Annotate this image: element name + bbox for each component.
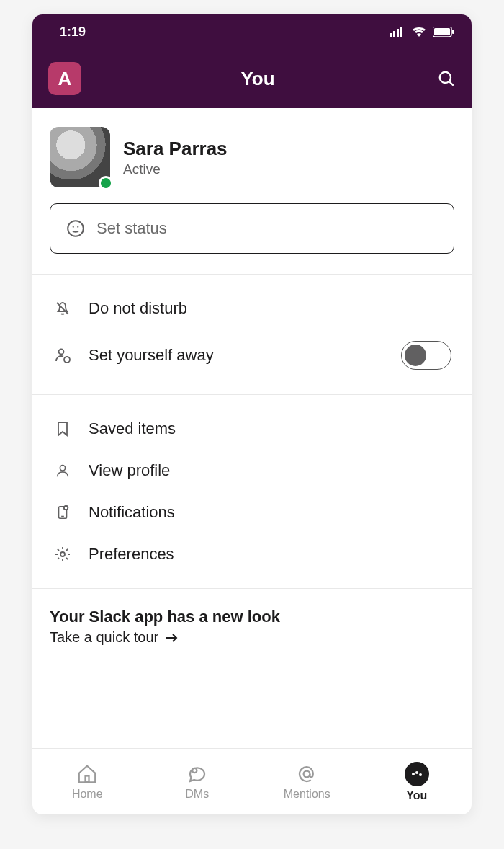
svg-point-27 — [419, 773, 422, 776]
set-away-item[interactable]: Set yourself away — [32, 329, 472, 381]
svg-point-25 — [412, 773, 415, 775]
svg-line-8 — [449, 81, 453, 85]
availability-section: Do not disturb Set yourself away — [32, 275, 472, 394]
battery-icon — [433, 27, 454, 37]
do-not-disturb-item[interactable]: Do not disturb — [32, 288, 472, 329]
svg-rect-5 — [434, 28, 450, 35]
svg-point-20 — [60, 552, 65, 556]
presence-indicator — [99, 176, 113, 190]
item-label: Do not disturb — [89, 299, 187, 318]
toggle-knob — [405, 345, 426, 366]
content: Sara Parras Active Set status Do not dis… — [32, 108, 472, 748]
svg-rect-22 — [86, 775, 89, 782]
smile-icon — [66, 219, 85, 238]
tabbar: Home DMs Mentions You — [32, 748, 472, 814]
tab-label: DMs — [185, 788, 209, 801]
header: A You — [32, 49, 472, 108]
view-profile-item[interactable]: View profile — [32, 450, 472, 492]
item-label: Notifications — [89, 503, 175, 522]
tab-you[interactable]: You — [362, 749, 472, 814]
svg-point-23 — [192, 768, 197, 772]
phone-notify-icon — [53, 504, 73, 521]
tab-dms[interactable]: DMs — [143, 749, 253, 814]
banner-title: Your Slack app has a new look — [50, 608, 454, 626]
svg-rect-2 — [397, 29, 399, 37]
statusbar-icons — [390, 26, 454, 37]
svg-point-15 — [60, 466, 65, 471]
tab-label: Home — [72, 788, 103, 801]
user-name: Sara Parras — [123, 138, 228, 160]
gear-icon — [53, 546, 73, 563]
home-icon — [76, 763, 98, 785]
signal-icon — [390, 26, 405, 37]
svg-rect-1 — [393, 31, 395, 37]
saved-items-item[interactable]: Saved items — [32, 408, 472, 450]
set-status-placeholder: Set status — [96, 219, 167, 238]
avatar — [50, 127, 110, 187]
person-icon — [53, 462, 73, 479]
svg-rect-6 — [452, 30, 454, 34]
svg-point-7 — [440, 72, 451, 83]
svg-point-9 — [68, 221, 84, 236]
tab-mentions[interactable]: Mentions — [252, 749, 362, 814]
whats-new-banner: Your Slack app has a new look Take a qui… — [32, 589, 472, 675]
tab-home[interactable]: Home — [32, 749, 143, 814]
svg-point-24 — [304, 770, 310, 777]
status-section: Set status — [32, 193, 472, 274]
you-icon — [405, 762, 429, 786]
tab-label: You — [406, 789, 427, 802]
person-away-icon — [53, 347, 73, 364]
search-button[interactable] — [434, 69, 456, 88]
item-label: Saved items — [89, 419, 176, 438]
away-toggle[interactable] — [401, 341, 451, 370]
settings-section: Saved items View profile Notifications P… — [32, 395, 472, 588]
wifi-icon — [411, 26, 427, 37]
preferences-item[interactable]: Preferences — [32, 533, 472, 575]
bell-off-icon — [53, 300, 73, 317]
svg-point-14 — [64, 357, 70, 363]
profile-summary[interactable]: Sara Parras Active — [32, 108, 472, 193]
item-label: Set yourself away — [89, 346, 385, 365]
page-title: You — [81, 68, 434, 90]
item-label: Preferences — [89, 545, 174, 564]
statusbar: 1:19 — [32, 14, 472, 49]
take-tour-link[interactable]: Take a quick tour — [50, 629, 454, 646]
statusbar-time: 1:19 — [60, 25, 86, 40]
app-window: 1:19 A You Sara Pa — [32, 14, 472, 814]
at-icon — [296, 763, 318, 785]
dms-icon — [186, 763, 208, 785]
profile-text: Sara Parras Active — [123, 138, 228, 177]
svg-rect-3 — [400, 27, 402, 37]
workspace-initial: A — [58, 68, 72, 90]
svg-point-26 — [415, 771, 418, 774]
set-status-input[interactable]: Set status — [50, 203, 454, 254]
svg-point-11 — [77, 226, 78, 228]
banner-link-text: Take a quick tour — [50, 629, 158, 646]
svg-line-12 — [57, 303, 68, 314]
item-label: View profile — [89, 461, 170, 480]
bookmark-icon — [53, 420, 73, 437]
user-presence: Active — [123, 161, 228, 177]
arrow-right-icon — [166, 632, 179, 644]
notifications-item[interactable]: Notifications — [32, 492, 472, 533]
svg-point-10 — [73, 226, 74, 228]
svg-point-13 — [59, 350, 64, 355]
tab-label: Mentions — [284, 788, 330, 801]
workspace-switcher[interactable]: A — [48, 62, 81, 95]
svg-rect-0 — [390, 33, 392, 37]
